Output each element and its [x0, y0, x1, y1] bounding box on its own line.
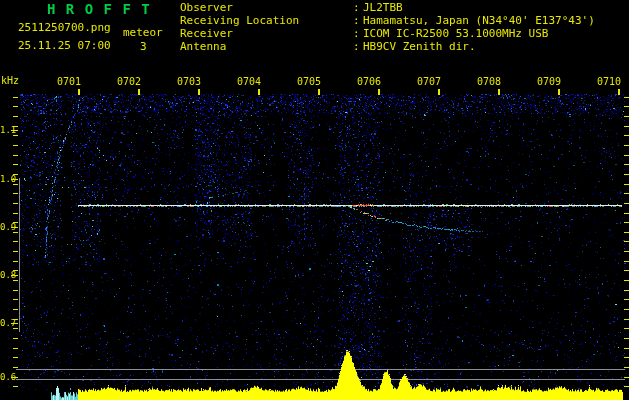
freq-label-0.6: 0.6: [0, 372, 13, 382]
observation-datetime: 25.11.25 07:00: [18, 39, 111, 52]
info-label-location: Receiving Location: [180, 14, 353, 27]
info-value-observer: JL2TBB: [363, 1, 403, 14]
freq-label-0.7: 0.7: [0, 318, 13, 328]
info-row-observer: Observer:JL2TBB: [180, 1, 595, 14]
info-colon: :: [353, 27, 363, 40]
freq-label-1.1: 1.1: [0, 125, 13, 135]
freq-label-0.9: 0.9: [0, 222, 13, 232]
info-label-antenna: Antenna: [180, 40, 353, 53]
info-colon: :: [353, 1, 363, 14]
meteor-count: 3: [140, 40, 147, 53]
time-label-0710: 0710: [597, 76, 621, 87]
time-label-0701: 0701: [57, 76, 81, 87]
freq-axis-unit-label: kHz: [1, 75, 19, 86]
app-title: H R O F F T: [47, 1, 151, 17]
spectrogram-canvas: [0, 0, 629, 400]
time-label-0705: 0705: [297, 76, 321, 87]
freq-label-0.8: 0.8: [0, 270, 13, 280]
info-value-antenna: HB9CV Zenith dir.: [363, 40, 476, 53]
info-value-receiver: ICOM IC-R2500 53.1000MHz USB: [363, 27, 548, 40]
info-colon: :: [353, 14, 363, 27]
info-row-antenna: Antenna:HB9CV Zenith dir.: [180, 40, 595, 53]
station-info-block: Observer:JL2TBBReceiving Location:Hamama…: [180, 1, 595, 53]
time-label-0708: 0708: [477, 76, 501, 87]
info-row-location: Receiving Location:Hamamatsu, Japan (N34…: [180, 14, 595, 27]
output-filename: 2511250700.png: [18, 21, 111, 34]
info-label-observer: Observer: [180, 1, 353, 14]
freq-label-1.0: 1.0: [0, 174, 13, 184]
time-label-0709: 0709: [537, 76, 561, 87]
info-value-location: Hamamatsu, Japan (N34°40' E137°43'): [363, 14, 595, 27]
info-colon: :: [353, 40, 363, 53]
time-label-0707: 0707: [417, 76, 441, 87]
info-label-receiver: Receiver: [180, 27, 353, 40]
info-row-receiver: Receiver:ICOM IC-R2500 53.1000MHz USB: [180, 27, 595, 40]
time-label-0702: 0702: [117, 76, 141, 87]
time-label-0706: 0706: [357, 76, 381, 87]
time-label-0704: 0704: [237, 76, 261, 87]
hrofft-output-image: H R O F F T 2511250700.png meteor 25.11.…: [0, 0, 629, 400]
mode-label: meteor: [123, 26, 163, 39]
time-label-0703: 0703: [177, 76, 201, 87]
